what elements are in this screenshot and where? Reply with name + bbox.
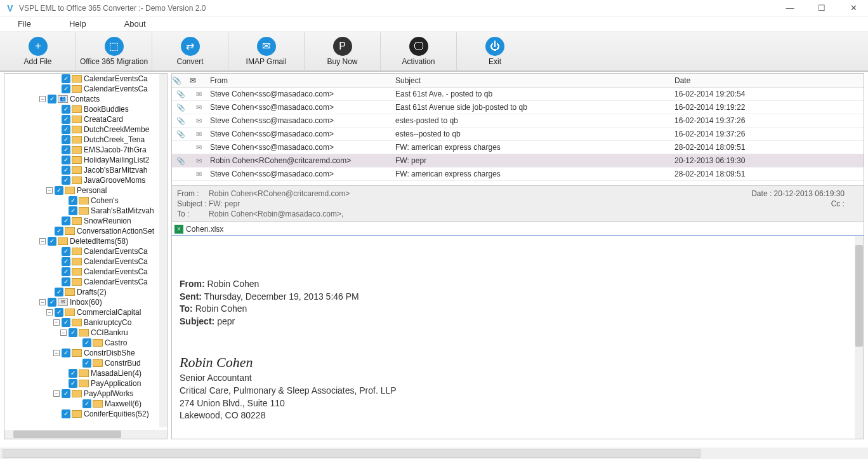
checkbox-icon[interactable]: ✓ bbox=[62, 84, 70, 93]
tree-node[interactable]: ✓CalendarEventsCa bbox=[4, 74, 159, 84]
checkbox-icon[interactable]: ✓ bbox=[62, 349, 70, 357]
checkbox-icon[interactable]: ✓ bbox=[69, 328, 77, 337]
checkbox-icon[interactable]: ✓ bbox=[62, 267, 70, 276]
tree-node[interactable]: ✓Castro bbox=[4, 338, 159, 348]
checkbox-icon[interactable]: ✓ bbox=[55, 308, 63, 317]
checkbox-icon[interactable]: ✓ bbox=[62, 409, 70, 418]
tree-node[interactable]: ✓ConversationActionSet bbox=[4, 226, 159, 236]
tree-node[interactable]: ✓HolidayMailingList2 bbox=[4, 155, 159, 165]
message-row[interactable]: 📎✉Steve Cohen<ssc@masadaco.com>estes--po… bbox=[172, 128, 864, 141]
message-row[interactable]: 📎✉Steve Cohen<ssc@masadaco.com>East 61st… bbox=[172, 88, 864, 101]
minimize-button[interactable]: ― bbox=[780, 3, 799, 13]
checkbox-icon[interactable]: ✓ bbox=[62, 74, 70, 83]
attachment-name[interactable]: Cohen.xlsx bbox=[186, 225, 223, 234]
expand-toggle[interactable]: − bbox=[46, 309, 53, 316]
tree-node[interactable]: ✓SnowReunion bbox=[4, 216, 159, 226]
tree-node[interactable]: −✓CCIBankru bbox=[4, 328, 159, 338]
tree-vscroll[interactable] bbox=[159, 74, 167, 427]
tree-node[interactable]: −✓👥Contacts bbox=[4, 94, 159, 104]
checkbox-icon[interactable]: ✓ bbox=[82, 399, 91, 408]
checkbox-icon[interactable]: ✓ bbox=[62, 145, 70, 154]
o365-migration-button[interactable]: ⬚Office 365 Migration bbox=[76, 32, 152, 70]
checkbox-icon[interactable]: ✓ bbox=[62, 318, 70, 327]
tree-node[interactable]: −✓ConstrDisbShe bbox=[4, 348, 159, 358]
menu-file[interactable]: File bbox=[18, 19, 31, 29]
checkbox-icon[interactable]: ✓ bbox=[62, 176, 70, 185]
checkbox-icon[interactable]: ✓ bbox=[62, 247, 70, 256]
menu-about[interactable]: About bbox=[124, 19, 146, 29]
checkbox-icon[interactable]: ✓ bbox=[55, 186, 63, 195]
tree-node[interactable]: ✓Jacob'sBarMitzvah bbox=[4, 165, 159, 175]
checkbox-icon[interactable]: ✓ bbox=[62, 389, 70, 398]
tree-node[interactable]: ✓Cohen's bbox=[4, 196, 159, 206]
checkbox-icon[interactable]: ✓ bbox=[82, 359, 91, 368]
attachment-bar[interactable]: X Cohen.xlsx bbox=[171, 222, 864, 236]
close-button[interactable]: ✕ bbox=[844, 3, 863, 13]
convert-button[interactable]: ⇄Convert bbox=[152, 32, 228, 70]
checkbox-icon[interactable]: ✓ bbox=[69, 196, 77, 205]
expand-toggle[interactable]: − bbox=[46, 187, 53, 194]
tree-node[interactable]: ✓CalendarEventsCa bbox=[4, 246, 159, 256]
tree-node[interactable]: ✓MasadaLien(4) bbox=[4, 368, 159, 378]
tree-node[interactable]: ✓PayApplication bbox=[4, 378, 159, 389]
tree-node[interactable]: −✓Personal bbox=[4, 185, 159, 196]
buy-now-button[interactable]: PBuy Now bbox=[305, 32, 381, 70]
tree-node[interactable]: ✓CalendarEventsCa bbox=[4, 277, 159, 287]
checkbox-icon[interactable]: ✓ bbox=[69, 369, 77, 378]
message-row[interactable]: 📎✉Steve Cohen<ssc@masadaco.com>East 61st… bbox=[172, 101, 864, 114]
col-attachment[interactable]: 📎 bbox=[172, 76, 190, 85]
tree-hscroll[interactable] bbox=[4, 430, 167, 439]
folder-tree[interactable]: ✓CalendarEventsCa✓CalendarEventsCa−✓👥Con… bbox=[4, 74, 159, 427]
tree-node[interactable]: ✓CalendarEventsCa bbox=[4, 267, 159, 277]
tree-node[interactable]: ✓JavaGrooveMoms bbox=[4, 175, 159, 185]
message-row[interactable]: ✉Steve Cohen<ssc@masadaco.com>FW: americ… bbox=[172, 168, 864, 181]
expand-toggle[interactable]: − bbox=[39, 96, 46, 102]
activation-button[interactable]: 🖵Activation bbox=[381, 32, 457, 70]
tree-node[interactable]: ✓DutchCreek_Tena bbox=[4, 135, 159, 145]
checkbox-icon[interactable]: ✓ bbox=[48, 95, 56, 103]
tree-node[interactable]: ✓EMSJacob-7thGra bbox=[4, 145, 159, 155]
col-date[interactable]: Date bbox=[672, 76, 864, 85]
checkbox-icon[interactable]: ✓ bbox=[48, 298, 56, 307]
tree-node[interactable]: −✓BankruptcyCo bbox=[4, 317, 159, 328]
expand-toggle[interactable]: − bbox=[60, 329, 67, 336]
tree-node[interactable]: ✓CalendarEventsCa bbox=[4, 256, 159, 267]
checkbox-icon[interactable]: ✓ bbox=[62, 105, 70, 114]
tree-node[interactable]: ✓ConiferEquities(52) bbox=[4, 409, 159, 419]
message-row[interactable]: 📎✉Steve Cohen<ssc@masadaco.com>estes-pos… bbox=[172, 114, 864, 128]
tree-node[interactable]: −✓PayApplWorks bbox=[4, 389, 159, 399]
checkbox-icon[interactable]: ✓ bbox=[82, 338, 91, 347]
expand-toggle[interactable]: − bbox=[53, 390, 60, 397]
checkbox-icon[interactable]: ✓ bbox=[69, 379, 77, 388]
col-from[interactable]: From bbox=[207, 76, 393, 85]
tree-node[interactable]: −✓CommercialCapital bbox=[4, 307, 159, 317]
preview-vscroll[interactable] bbox=[855, 236, 864, 439]
maximize-button[interactable]: ☐ bbox=[812, 3, 831, 13]
checkbox-icon[interactable]: ✓ bbox=[62, 135, 70, 144]
imap-gmail-button[interactable]: ✉IMAP Gmail bbox=[228, 32, 305, 70]
checkbox-icon[interactable]: ✓ bbox=[62, 166, 70, 175]
checkbox-icon[interactable]: ✓ bbox=[62, 156, 70, 164]
message-row[interactable]: ✉Steve Cohen<ssc@masadaco.com>FW: americ… bbox=[172, 141, 864, 154]
tree-node[interactable]: −✓✉Inbox(60) bbox=[4, 297, 159, 307]
checkbox-icon[interactable]: ✓ bbox=[62, 257, 70, 266]
tree-node[interactable]: ✓CreataCard bbox=[4, 114, 159, 124]
checkbox-icon[interactable]: ✓ bbox=[55, 288, 63, 296]
tree-node[interactable]: ✓CalendarEventsCa bbox=[4, 84, 159, 94]
expand-toggle[interactable]: − bbox=[39, 238, 46, 244]
tree-node[interactable]: ✓Maxwell(6) bbox=[4, 399, 159, 409]
expand-toggle[interactable]: − bbox=[53, 350, 60, 356]
tree-node[interactable]: −✓DeletedItems(58) bbox=[4, 236, 159, 246]
checkbox-icon[interactable]: ✓ bbox=[62, 115, 70, 124]
tree-node[interactable]: ✓Drafts(2) bbox=[4, 287, 159, 297]
checkbox-icon[interactable]: ✓ bbox=[62, 277, 70, 286]
col-subject[interactable]: Subject bbox=[393, 76, 672, 85]
tree-node[interactable]: ✓Sarah'sBatMitzvah bbox=[4, 206, 159, 216]
checkbox-icon[interactable]: ✓ bbox=[48, 237, 56, 246]
checkbox-icon[interactable]: ✓ bbox=[69, 206, 77, 215]
statusbar-scroll[interactable] bbox=[3, 449, 700, 458]
message-row[interactable]: 📎✉Robin Cohen<RCohen@critcaremd.com>FW: … bbox=[172, 154, 864, 168]
add-file-button[interactable]: ＋Add File bbox=[0, 32, 76, 70]
expand-toggle[interactable]: − bbox=[39, 299, 46, 305]
checkbox-icon[interactable]: ✓ bbox=[62, 216, 70, 225]
